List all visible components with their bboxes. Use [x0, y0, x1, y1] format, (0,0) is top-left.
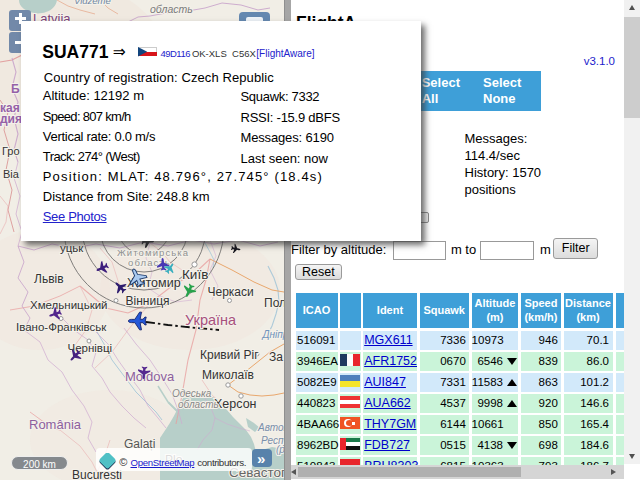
- svg-text:Гро: Гро: [2, 145, 20, 157]
- svg-text:Україна: Україна: [185, 312, 237, 328]
- svg-text:Одеська: Одеська: [172, 388, 212, 399]
- svg-text:(р: (р: [276, 444, 284, 455]
- svg-text:Львів: Львів: [34, 272, 64, 286]
- svg-text:область: область: [128, 257, 171, 268]
- svg-text:Вінниця: Вінниця: [126, 294, 170, 308]
- svg-text:Автоно: Автоно: [257, 422, 284, 433]
- svg-text:România: România: [29, 417, 82, 432]
- svg-text:Черкаси: Черкаси: [208, 285, 254, 299]
- svg-text:Хмельницький: Хмельницький: [30, 299, 108, 311]
- svg-text:За: За: [269, 350, 283, 364]
- svg-text:Київ: Київ: [182, 267, 208, 282]
- svg-text:Bia: Bia: [3, 168, 20, 180]
- svg-text:Дніпр: Дніпр: [262, 329, 285, 340]
- svg-text:дия: дия: [0, 112, 22, 126]
- svg-text:область: область: [150, 3, 193, 15]
- svg-text:Б: Б: [11, 82, 20, 96]
- svg-text:уцьк: уцьк: [60, 242, 84, 254]
- svg-text:Пол: Пол: [264, 296, 284, 310]
- svg-text:Vidzeme: Vidzeme: [74, 0, 111, 6]
- svg-text:Івано-Франківськ: Івано-Франківськ: [16, 321, 107, 333]
- svg-text:Кривий Ріг: Кривий Ріг: [200, 348, 259, 362]
- svg-text:область: область: [178, 399, 219, 410]
- svg-text:Миколаїв: Миколаїв: [202, 368, 254, 382]
- svg-text:Херсон: Херсон: [214, 397, 257, 411]
